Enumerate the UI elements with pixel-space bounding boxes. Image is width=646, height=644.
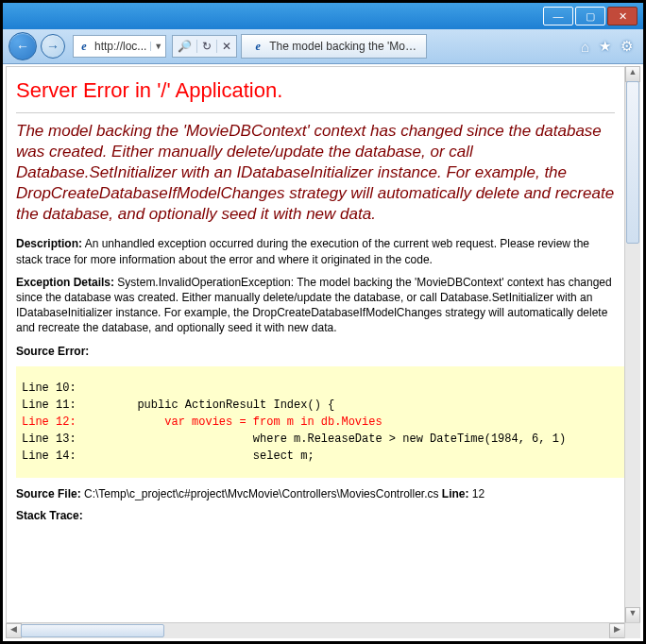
line-number: 12 <box>469 487 485 500</box>
horizontal-scrollbar[interactable]: ◀ ▶ <box>6 622 625 638</box>
source-file-path: C:\Temp\c_project\c#project\MvcMovie\Con… <box>81 487 439 500</box>
address-bar[interactable]: e http://loc... ▼ <box>73 35 166 58</box>
stack-trace-block: Stack Trace: <box>16 508 615 523</box>
code-line-14: Line 14: select m; <box>22 449 314 463</box>
arrow-left-icon: ← <box>16 39 29 54</box>
page-title: Server Error in '/' Application. <box>16 78 615 103</box>
code-line-12: Line 12: var movies = from m in db.Movie… <box>22 415 382 429</box>
browser-toolbar: ← → e http://loc... ▼ 🔎 ↻ ✕ e The model … <box>3 29 643 64</box>
tools-gear-icon[interactable]: ⚙ <box>616 38 638 55</box>
source-error-block: Source Error: <box>16 344 615 359</box>
close-button[interactable]: ✕ <box>607 7 638 25</box>
back-button[interactable]: ← <box>8 32 37 60</box>
window-titlebar: — ▢ ✕ <box>3 3 643 29</box>
url-dropdown-icon[interactable]: ▼ <box>150 42 165 51</box>
ie-tab-icon: e <box>250 39 265 54</box>
stack-trace-label: Stack Trace: <box>16 509 83 522</box>
maximize-button[interactable]: ▢ <box>575 7 605 25</box>
code-line-11: Line 11: public ActionResult Index() { <box>22 398 334 412</box>
browser-window: — ▢ ✕ ← → e http://loc... ▼ 🔎 ↻ ✕ e The … <box>0 0 646 644</box>
search-icon[interactable]: 🔎 <box>173 40 197 53</box>
divider <box>16 112 615 113</box>
scroll-corner <box>624 622 640 638</box>
scroll-down-icon[interactable]: ▼ <box>625 607 640 623</box>
refresh-icon[interactable]: ↻ <box>197 40 217 53</box>
vertical-scrollbar[interactable]: ▲ ▼ <box>624 66 640 623</box>
line-label: Line: <box>442 487 469 500</box>
source-error-code: Line 10: Line 11: public ActionResult In… <box>16 366 625 478</box>
home-icon[interactable]: ⌂ <box>576 39 594 55</box>
tab-title: The model backing the 'Movi... <box>269 40 420 53</box>
nav-tools: 🔎 ↻ ✕ <box>172 35 237 58</box>
scroll-right-icon[interactable]: ▶ <box>609 623 625 638</box>
description-label: Description: <box>16 237 82 250</box>
browser-tab[interactable]: e The model backing the 'Movi... <box>241 34 427 59</box>
horizontal-scroll-thumb[interactable] <box>21 624 164 637</box>
code-line-13: Line 13: where m.ReleaseDate > new DateT… <box>22 432 566 446</box>
arrow-right-icon: → <box>46 39 60 54</box>
scroll-up-icon[interactable]: ▲ <box>625 66 640 82</box>
exception-block: Exception Details: System.InvalidOperati… <box>16 275 615 336</box>
source-file-line: Source File: C:\Temp\c_project\c#project… <box>16 487 615 500</box>
source-file-label: Source File: <box>16 487 81 500</box>
ie-page-icon: e <box>76 39 92 54</box>
vertical-scroll-thumb[interactable] <box>626 81 639 244</box>
command-bar: ⌂ ★ ⚙ <box>576 38 638 55</box>
description-block: Description: An unhandled exception occu… <box>16 236 615 266</box>
description-text: An unhandled exception occurred during t… <box>16 237 589 265</box>
stop-icon[interactable]: ✕ <box>217 40 236 53</box>
source-error-label: Source Error: <box>16 345 89 358</box>
page-content: Server Error in '/' Application. The mod… <box>6 66 625 623</box>
exception-label: Exception Details: <box>16 276 114 289</box>
scroll-left-icon[interactable]: ◀ <box>6 623 22 638</box>
code-line-10: Line 10: <box>22 381 76 395</box>
minimize-button[interactable]: — <box>543 7 573 25</box>
forward-button[interactable]: → <box>41 34 65 59</box>
url-text: http://loc... <box>94 40 150 53</box>
viewport: Server Error in '/' Application. The mod… <box>6 66 640 638</box>
error-message: The model backing the 'MovieDBContext' c… <box>16 121 615 225</box>
favorites-icon[interactable]: ★ <box>594 38 616 55</box>
